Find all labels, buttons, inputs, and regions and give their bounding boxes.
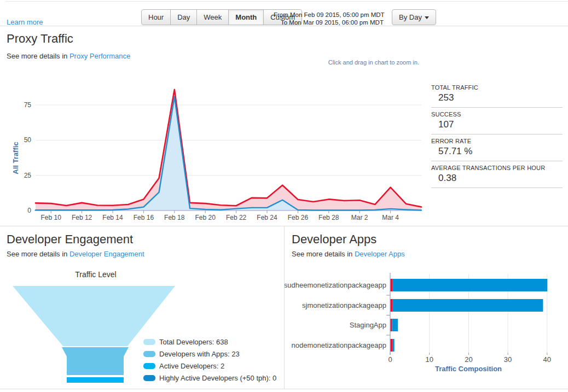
bar-category-label: nodemonetizationpackageapp bbox=[292, 341, 386, 349]
proxy-traffic-title: Proxy Traffic bbox=[7, 32, 73, 46]
x-tick-label: 20 bbox=[465, 355, 472, 364]
group-by-label: By Day bbox=[399, 13, 422, 21]
x-tick-label: Feb 18 bbox=[164, 214, 185, 221]
legend-label: Highly Active Developers (+50 tph): 0 bbox=[159, 374, 276, 382]
y-axis-title: All Traffic bbox=[11, 142, 20, 174]
developer-apps-title: Developer Apps bbox=[292, 232, 376, 247]
stat-value: 0.38 bbox=[431, 173, 563, 184]
subtitle-text: See more details in bbox=[7, 250, 69, 258]
x-tick-label: Feb 28 bbox=[318, 214, 339, 221]
developer-apps-bar-chart[interactable]: sudheemonetizationpackageappsjmonetizati… bbox=[285, 271, 568, 383]
x-tick-label: Feb 24 bbox=[257, 214, 277, 221]
stat-row: ERROR RATE57.71 % bbox=[431, 134, 563, 161]
x-tick-label: Feb 14 bbox=[102, 214, 123, 221]
legend-label: Active Developers: 2 bbox=[159, 362, 224, 370]
y-tick-label: 25 bbox=[24, 172, 32, 179]
bar-category-label: sjmonetizationpackageapp bbox=[302, 301, 386, 309]
x-tick-label: 0 bbox=[388, 355, 392, 364]
group-by-dropdown[interactable]: By Day bbox=[392, 9, 436, 25]
traffic-bar-segment[interactable] bbox=[392, 299, 543, 312]
x-axis-title: Traffic Composition bbox=[435, 365, 502, 373]
developer-apps-link[interactable]: Developer Apps bbox=[355, 250, 405, 258]
stat-label: SUCCESS bbox=[431, 111, 563, 118]
dashboard: Learn more HourDayWeekMonthCustom From M… bbox=[0, 0, 568, 392]
bar-category-label: sudheemonetizationpackageapp bbox=[285, 281, 386, 289]
y-tick-label: 75 bbox=[24, 101, 32, 109]
header-divider bbox=[0, 26, 568, 26]
x-tick-label: Feb 20 bbox=[195, 214, 216, 221]
traffic-line[interactable] bbox=[36, 90, 421, 207]
x-tick-label: Mar 2 bbox=[351, 214, 368, 221]
legend-swatch-icon bbox=[143, 363, 155, 369]
developer-engagement-title: Developer Engagement bbox=[7, 232, 133, 247]
stat-label: TOTAL TRAFFIC bbox=[431, 84, 563, 91]
success-area-fill bbox=[36, 97, 421, 210]
range-button-hour[interactable]: Hour bbox=[141, 9, 171, 25]
traffic-bar-segment[interactable] bbox=[392, 319, 398, 331]
developer-engagement-subtitle: See more details in Developer Engagement bbox=[7, 250, 144, 258]
legend-label: Developers with Apps: 23 bbox=[159, 350, 240, 358]
funnel-stage-1[interactable] bbox=[13, 286, 175, 346]
range-button-month[interactable]: Month bbox=[228, 9, 264, 25]
legend-swatch-icon bbox=[143, 351, 155, 357]
success-line[interactable] bbox=[36, 97, 421, 210]
legend-swatch-icon bbox=[143, 375, 155, 381]
stat-label: ERROR RATE bbox=[431, 138, 563, 144]
y-tick-label: 0 bbox=[27, 207, 31, 214]
funnel-stage-2[interactable] bbox=[62, 347, 129, 375]
proxy-traffic-subtitle: See more details in Proxy Performance bbox=[7, 52, 130, 60]
error-bar-segment[interactable] bbox=[391, 339, 393, 352]
date-range-from: From Mon Feb 09 2015, 05:00 pm MDT bbox=[274, 11, 385, 19]
proxy-traffic-area-chart[interactable]: 0255075Feb 10Feb 12Feb 14Feb 16Feb 18Feb… bbox=[0, 68, 427, 227]
learn-more-link[interactable]: Learn more bbox=[7, 18, 43, 26]
bar-category-label: StagingApp bbox=[350, 321, 386, 329]
error-bar-segment[interactable] bbox=[391, 319, 392, 331]
funnel-stage-3[interactable] bbox=[67, 377, 124, 383]
zoom-hint-text: Click and drag in chart to zoom in. bbox=[328, 59, 419, 66]
stat-row: TOTAL TRAFFIC253 bbox=[431, 81, 563, 108]
subtitle-text: See more details in bbox=[7, 52, 69, 60]
chevron-down-icon bbox=[425, 16, 429, 19]
x-tick-label: Feb 10 bbox=[41, 214, 62, 221]
x-tick-label: Feb 22 bbox=[226, 214, 247, 221]
legend-item: Total Developers: 638 bbox=[143, 338, 276, 346]
stat-row: SUCCESS107 bbox=[431, 108, 563, 134]
stat-value: 107 bbox=[431, 119, 563, 130]
x-tick-label: 30 bbox=[504, 355, 512, 364]
traffic-area-fill bbox=[36, 90, 421, 210]
date-range-text: From Mon Feb 09 2015, 05:00 pm MDT To Mo… bbox=[274, 11, 385, 26]
traffic-stats-panel: TOTAL TRAFFIC253SUCCESS107ERROR RATE57.7… bbox=[431, 81, 563, 188]
legend-item: Highly Active Developers (+50 tph): 0 bbox=[143, 374, 276, 382]
y-tick-label: 50 bbox=[24, 136, 32, 144]
x-tick-label: Feb 26 bbox=[288, 214, 309, 221]
x-tick-label: Feb 12 bbox=[72, 214, 92, 221]
stat-label: AVERAGE TRANSACTIONS PER HOUR bbox=[431, 165, 563, 171]
proxy-performance-link[interactable]: Proxy Performance bbox=[69, 52, 130, 60]
range-button-day[interactable]: Day bbox=[170, 9, 197, 25]
date-range-to: To Mon Mar 09 2015, 06:00 pm MDT bbox=[281, 19, 385, 26]
traffic-bar-segment[interactable] bbox=[392, 279, 547, 291]
legend-item: Active Developers: 2 bbox=[143, 362, 276, 370]
range-button-week[interactable]: Week bbox=[196, 9, 229, 25]
stat-row: AVERAGE TRANSACTIONS PER HOUR0.38 bbox=[431, 161, 563, 188]
subtitle-text: See more details in bbox=[292, 250, 355, 258]
error-bar-segment[interactable] bbox=[391, 299, 393, 312]
developer-apps-subtitle: See more details in Developer Apps bbox=[292, 250, 405, 258]
funnel-legend: Total Developers: 638Developers with App… bbox=[143, 338, 276, 386]
legend-item: Developers with Apps: 23 bbox=[143, 350, 276, 358]
x-tick-label: 40 bbox=[543, 355, 551, 364]
developer-engagement-link[interactable]: Developer Engagement bbox=[69, 250, 144, 258]
x-tick-label: Feb 16 bbox=[134, 214, 154, 221]
error-bar-segment[interactable] bbox=[391, 279, 393, 291]
traffic-bar-segment[interactable] bbox=[392, 339, 395, 352]
stat-value: 57.71 % bbox=[431, 146, 563, 157]
x-tick-label: Mar 4 bbox=[382, 214, 399, 221]
legend-label: Total Developers: 638 bbox=[159, 338, 228, 346]
legend-swatch-icon bbox=[143, 339, 155, 345]
x-tick-label: 10 bbox=[425, 355, 433, 364]
stat-value: 253 bbox=[431, 92, 563, 103]
top-border bbox=[5, 1, 568, 2]
bottom-divider bbox=[0, 389, 568, 389]
